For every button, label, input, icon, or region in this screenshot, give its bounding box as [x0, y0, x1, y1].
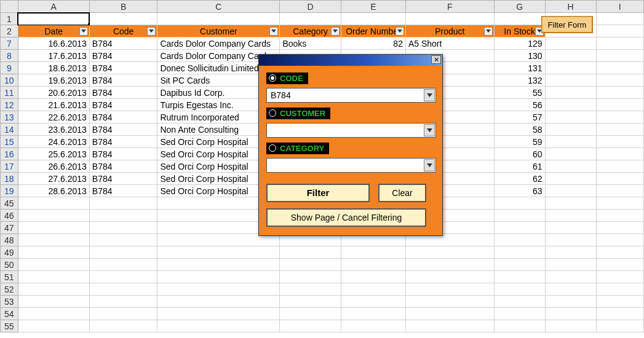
row-header[interactable]: 12	[1, 99, 18, 111]
cell[interactable]	[545, 197, 596, 210]
cell[interactable]	[596, 136, 643, 148]
cell[interactable]	[494, 197, 545, 210]
column-header[interactable]: F	[405, 1, 494, 13]
row-header[interactable]: 48	[1, 234, 18, 246]
cell[interactable]	[280, 296, 341, 308]
cell[interactable]	[18, 234, 89, 246]
code-cell[interactable]: B784	[89, 74, 157, 87]
cell[interactable]	[405, 259, 494, 271]
date-cell[interactable]: 21.6.2013	[18, 99, 89, 111]
row-header[interactable]: 49	[1, 246, 18, 259]
cell[interactable]	[545, 173, 596, 185]
cell[interactable]	[405, 308, 494, 320]
cell[interactable]	[545, 185, 596, 197]
column-header[interactable]: D	[280, 1, 341, 13]
cell[interactable]	[596, 234, 643, 246]
cell[interactable]	[596, 308, 643, 320]
cell[interactable]	[494, 320, 545, 332]
cell[interactable]	[596, 283, 643, 296]
cell[interactable]	[157, 320, 280, 332]
column-header[interactable]: H	[545, 1, 596, 13]
column-header[interactable]: B	[89, 1, 157, 13]
cell[interactable]	[280, 234, 341, 246]
code-combobox[interactable]: B784	[266, 88, 436, 103]
cell[interactable]	[157, 259, 280, 271]
column-header[interactable]: I	[596, 1, 643, 13]
filter-dropdown-icon[interactable]	[484, 27, 493, 36]
cell[interactable]	[341, 234, 405, 246]
cell[interactable]	[545, 148, 596, 160]
code-cell[interactable]: B784	[89, 148, 157, 160]
code-cell[interactable]: B784	[89, 62, 157, 74]
code-cell[interactable]: B784	[89, 99, 157, 111]
cell[interactable]	[18, 296, 89, 308]
cell[interactable]	[280, 13, 341, 25]
cell[interactable]	[494, 210, 545, 222]
stock-cell[interactable]: 55	[494, 87, 545, 99]
cell[interactable]	[596, 124, 643, 136]
date-cell[interactable]: 27.6.2013	[18, 173, 89, 185]
code-cell[interactable]: B784	[89, 124, 157, 136]
row-header[interactable]: 17	[1, 160, 18, 173]
order-cell[interactable]: 82	[341, 37, 405, 50]
stock-cell[interactable]: 59	[494, 136, 545, 148]
cell[interactable]	[405, 246, 494, 259]
cell[interactable]	[18, 308, 89, 320]
cell[interactable]	[18, 259, 89, 271]
cell[interactable]	[18, 197, 89, 210]
cell[interactable]	[494, 234, 545, 246]
row-header[interactable]: 18	[1, 173, 18, 185]
cell[interactable]	[18, 13, 89, 25]
cell[interactable]	[341, 271, 405, 283]
cell[interactable]	[89, 296, 157, 308]
table-header-cell[interactable]: Category	[280, 25, 341, 37]
filter-dropdown-icon[interactable]	[147, 27, 156, 36]
cell[interactable]	[596, 160, 643, 173]
cell[interactable]	[596, 50, 643, 62]
table-header-cell[interactable]: Date	[18, 25, 89, 37]
cell[interactable]	[596, 296, 643, 308]
cell[interactable]	[545, 37, 596, 50]
cell[interactable]	[545, 87, 596, 99]
cell[interactable]	[89, 222, 157, 234]
code-cell[interactable]: B784	[89, 50, 157, 62]
date-cell[interactable]: 20.6.2013	[18, 87, 89, 99]
cell[interactable]	[545, 234, 596, 246]
cell[interactable]	[89, 197, 157, 210]
cell[interactable]	[545, 320, 596, 332]
cell[interactable]	[405, 283, 494, 296]
row-header[interactable]: 16	[1, 148, 18, 160]
cell[interactable]	[596, 271, 643, 283]
stock-cell[interactable]: 130	[494, 50, 545, 62]
date-cell[interactable]: 22.6.2013	[18, 111, 89, 124]
cell[interactable]	[545, 124, 596, 136]
row-header[interactable]: 19	[1, 185, 18, 197]
cell[interactable]	[596, 210, 643, 222]
date-cell[interactable]: 25.6.2013	[18, 148, 89, 160]
date-cell[interactable]: 28.6.2013	[18, 185, 89, 197]
cell[interactable]	[545, 308, 596, 320]
cell[interactable]	[89, 320, 157, 332]
date-cell[interactable]: 16.6.2013	[18, 37, 89, 50]
row-header[interactable]: 46	[1, 210, 18, 222]
stock-cell[interactable]: 129	[494, 37, 545, 50]
row-header[interactable]: 54	[1, 308, 18, 320]
cell[interactable]	[494, 296, 545, 308]
stock-cell[interactable]: 62	[494, 173, 545, 185]
cell[interactable]	[596, 259, 643, 271]
cell[interactable]	[280, 271, 341, 283]
cell[interactable]	[18, 222, 89, 234]
cell[interactable]	[405, 13, 494, 25]
cell[interactable]	[157, 271, 280, 283]
customer-option[interactable]: CUSTOMER	[266, 108, 330, 119]
cell[interactable]	[596, 222, 643, 234]
cell[interactable]	[596, 111, 643, 124]
code-cell[interactable]: B784	[89, 37, 157, 50]
date-cell[interactable]: 19.6.2013	[18, 74, 89, 87]
cell[interactable]	[596, 320, 643, 332]
code-cell[interactable]: B784	[89, 136, 157, 148]
table-header-cell[interactable]: Order Number	[341, 25, 405, 37]
column-header[interactable]: C	[157, 1, 280, 13]
row-header[interactable]: 52	[1, 283, 18, 296]
row-header[interactable]: 47	[1, 222, 18, 234]
